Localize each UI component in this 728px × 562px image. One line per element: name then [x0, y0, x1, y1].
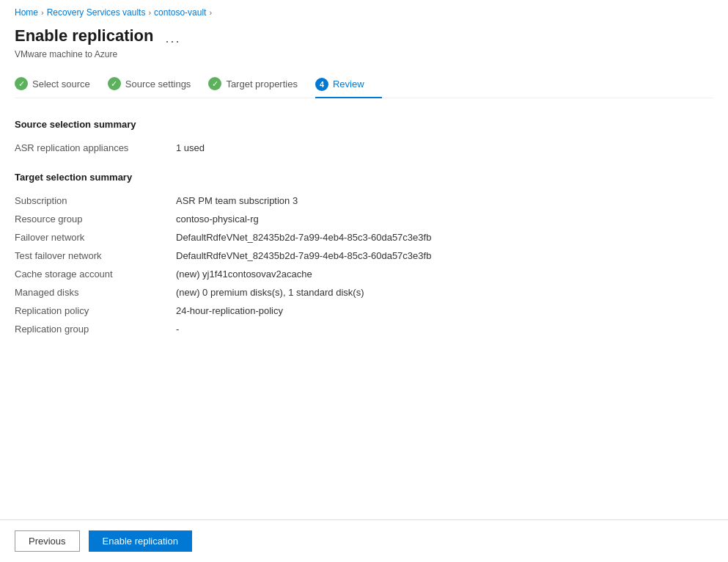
step-label-2: Source settings — [125, 79, 191, 90]
source-row-value-0: 1 used — [176, 139, 713, 157]
breadcrumb-recovery-services[interactable]: Recovery Services vaults — [47, 7, 146, 18]
enable-replication-button[interactable]: Enable replication — [89, 530, 192, 552]
table-row: Managed disks(new) 0 premium disks(s), 1… — [15, 283, 713, 302]
target-row-value-4: (new) yj1f41contosovav2acache — [176, 265, 713, 283]
steps-bar: ✓ Select source ✓ Source settings ✓ Targ… — [15, 77, 713, 98]
source-summary-table: ASR replication appliances 1 used — [15, 139, 713, 157]
table-row: Resource groupcontoso-physical-rg — [15, 210, 713, 228]
target-summary-table: SubscriptionASR PM team subscription 3Re… — [15, 191, 713, 338]
table-row: Failover networkDefaultRdfeVNet_82435b2d… — [15, 228, 713, 247]
target-row-value-7: - — [176, 320, 713, 338]
table-row: Replication group- — [15, 320, 713, 338]
source-section: Source selection summary ASR replication… — [15, 119, 713, 157]
step-source-settings[interactable]: ✓ Source settings — [108, 77, 209, 98]
table-row: Cache storage account(new) yj1f41contoso… — [15, 265, 713, 283]
step-review[interactable]: 4 Review — [315, 78, 382, 98]
step-label-1: Select source — [32, 79, 90, 90]
breadcrumb-sep-2: › — [148, 8, 151, 17]
step-check-icon-1: ✓ — [15, 77, 28, 90]
source-row-label-0: ASR replication appliances — [15, 139, 176, 157]
target-row-value-6: 24-hour-replication-policy — [176, 302, 713, 320]
target-row-value-3: DefaultRdfeVNet_82435b2d-7a99-4eb4-85c3-… — [176, 247, 713, 265]
target-row-label-0: Subscription — [15, 191, 176, 210]
step-label-4: Review — [333, 79, 364, 90]
table-row: SubscriptionASR PM team subscription 3 — [15, 191, 713, 210]
table-row: ASR replication appliances 1 used — [15, 139, 713, 157]
target-row-label-2: Failover network — [15, 228, 176, 247]
page-container: Home › Recovery Services vaults › contos… — [0, 0, 728, 562]
target-row-label-7: Replication group — [15, 320, 176, 338]
target-row-value-2: DefaultRdfeVNet_82435b2d-7a99-4eb4-85c3-… — [176, 228, 713, 247]
step-check-icon-3: ✓ — [208, 77, 221, 90]
table-row: Test failover networkDefaultRdfeVNet_824… — [15, 247, 713, 265]
footer: Previous Enable replication — [0, 519, 728, 562]
target-row-label-3: Test failover network — [15, 247, 176, 265]
page-header: Enable replication ... — [15, 26, 713, 46]
target-row-label-4: Cache storage account — [15, 265, 176, 283]
more-options-button[interactable]: ... — [166, 31, 181, 46]
breadcrumb: Home › Recovery Services vaults › contos… — [15, 7, 713, 18]
breadcrumb-sep-3: › — [209, 8, 212, 17]
step-select-source[interactable]: ✓ Select source — [15, 77, 108, 98]
target-section-title: Target selection summary — [15, 172, 713, 183]
target-row-value-5: (new) 0 premium disks(s), 1 standard dis… — [176, 283, 713, 302]
step-target-properties[interactable]: ✓ Target properties — [208, 77, 315, 98]
breadcrumb-sep-1: › — [41, 8, 44, 17]
target-row-label-6: Replication policy — [15, 302, 176, 320]
source-section-title: Source selection summary — [15, 119, 713, 130]
breadcrumb-home[interactable]: Home — [15, 7, 38, 18]
breadcrumb-vault[interactable]: contoso-vault — [154, 7, 206, 18]
table-row: Replication policy24-hour-replication-po… — [15, 302, 713, 320]
page-title: Enable replication — [15, 26, 154, 45]
target-row-label-5: Managed disks — [15, 283, 176, 302]
page-subtitle: VMware machine to Azure — [15, 49, 713, 59]
previous-button[interactable]: Previous — [15, 530, 80, 552]
target-row-label-1: Resource group — [15, 210, 176, 228]
step-label-3: Target properties — [226, 79, 298, 90]
step-check-icon-2: ✓ — [108, 77, 121, 90]
target-section: Target selection summary SubscriptionASR… — [15, 172, 713, 338]
target-row-value-1: contoso-physical-rg — [176, 210, 713, 228]
target-row-value-0: ASR PM team subscription 3 — [176, 191, 713, 210]
step-num-icon-4: 4 — [315, 78, 328, 91]
